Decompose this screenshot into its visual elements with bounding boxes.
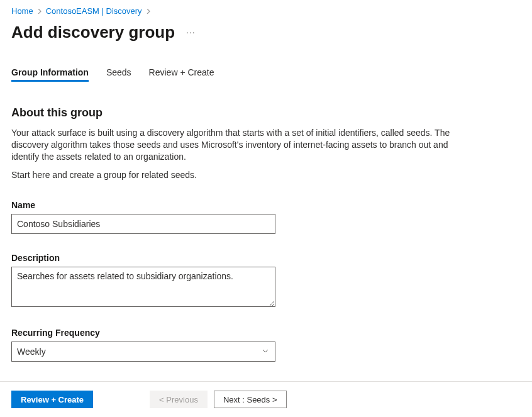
tab-seeds[interactable]: Seeds bbox=[106, 67, 131, 81]
chevron-right-icon bbox=[146, 5, 151, 18]
tab-bar: Group Information Seeds Review + Create bbox=[11, 67, 521, 81]
tab-review-create[interactable]: Review + Create bbox=[149, 67, 214, 81]
breadcrumb-home[interactable]: Home bbox=[11, 5, 33, 18]
name-label: Name bbox=[11, 200, 521, 210]
name-input[interactable] bbox=[11, 214, 275, 234]
wizard-footer: Review + Create < Previous Next : Seeds … bbox=[0, 381, 532, 417]
frequency-label: Recurring Frequency bbox=[11, 328, 521, 338]
breadcrumb: Home ContosoEASM | Discovery bbox=[11, 4, 521, 18]
description-label: Description bbox=[11, 253, 521, 263]
page-title: Add discovery group bbox=[11, 23, 175, 42]
section-heading: About this group bbox=[11, 106, 521, 120]
section-description-2: Start here and create a group for relate… bbox=[11, 169, 452, 181]
description-input[interactable]: Searches for assets related to subsidiar… bbox=[11, 267, 275, 307]
section-description-1: Your attack surface is built using a dis… bbox=[11, 127, 452, 163]
previous-button: < Previous bbox=[150, 391, 208, 408]
next-button[interactable]: Next : Seeds > bbox=[214, 391, 287, 408]
breadcrumb-workspace[interactable]: ContosoEASM | Discovery bbox=[46, 5, 142, 18]
tab-group-information[interactable]: Group Information bbox=[11, 67, 89, 81]
frequency-select[interactable]: Weekly bbox=[11, 342, 275, 362]
review-create-button[interactable]: Review + Create bbox=[11, 391, 93, 408]
more-actions-button[interactable]: ··· bbox=[186, 27, 196, 38]
chevron-right-icon bbox=[37, 5, 42, 18]
